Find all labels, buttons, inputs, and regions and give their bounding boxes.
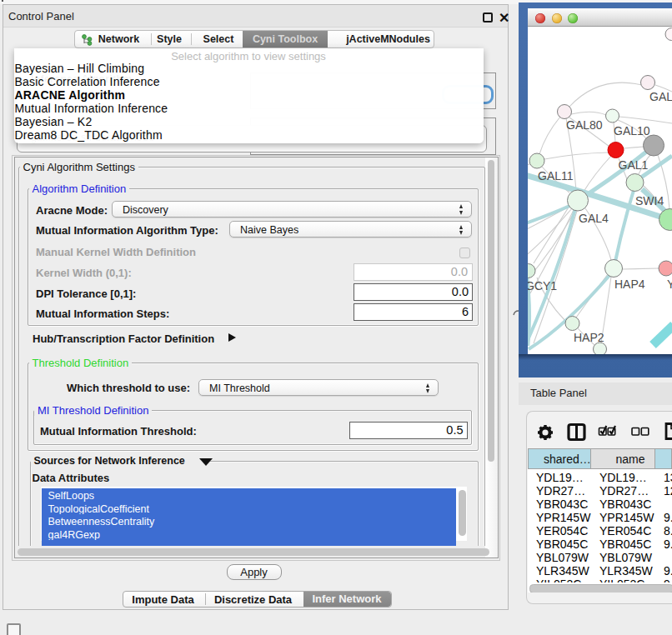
svg-text:GAL11: GAL11 bbox=[538, 169, 574, 182]
svg-text:GAL4: GAL4 bbox=[579, 212, 609, 225]
svg-text:HAP4: HAP4 bbox=[614, 278, 645, 291]
svg-text:GAL80: GAL80 bbox=[566, 118, 603, 132]
svg-text:GAL: GAL bbox=[649, 90, 672, 103]
svg-text:GAL10: GAL10 bbox=[614, 124, 650, 138]
svg-text:SWI4: SWI4 bbox=[635, 194, 664, 208]
svg-text:HAP2: HAP2 bbox=[574, 331, 604, 344]
svg-text:GAL1: GAL1 bbox=[619, 158, 649, 172]
svg-text:GCY1: GCY1 bbox=[528, 279, 557, 292]
svg-text:Y: Y bbox=[667, 278, 672, 291]
